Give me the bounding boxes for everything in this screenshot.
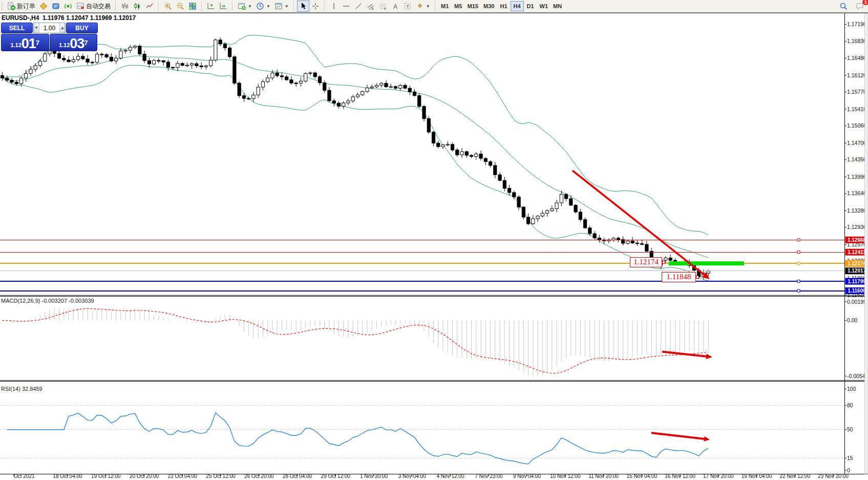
timeframe-m1-button[interactable]: M1	[438, 1, 452, 11]
timeframe-w1-button[interactable]: W1	[537, 1, 551, 11]
candle-body	[588, 228, 591, 234]
candle-body	[332, 101, 335, 103]
sell-button[interactable]: SELL	[1, 23, 33, 33]
candle-body	[507, 189, 511, 193]
time-label: 26 Oct 20:00	[244, 473, 274, 479]
new-chart-button[interactable]: ▼	[236, 1, 254, 12]
line-handle[interactable]	[797, 239, 800, 241]
candle-body	[399, 86, 402, 89]
line-chart-button[interactable]	[143, 1, 156, 12]
candlestick-icon	[133, 2, 141, 10]
zoom-out-button[interactable]	[174, 1, 186, 12]
price-annotation-1.11848[interactable]: 1.11848	[662, 273, 699, 282]
volume-up-button[interactable]	[59, 23, 65, 33]
time-label: 29 Oct 12:00	[321, 473, 351, 479]
autotrading-button[interactable]: 自动交易	[74, 1, 113, 12]
candle-body	[422, 107, 426, 119]
bar-chart-button[interactable]	[119, 1, 131, 12]
sell-price-display[interactable]: 1.12017	[1, 34, 49, 51]
volume-input[interactable]	[39, 23, 60, 33]
timeframe-m15-button[interactable]: M15	[465, 1, 481, 11]
chart-shift-button[interactable]	[205, 1, 217, 12]
rsi-arrow[interactable]	[651, 433, 710, 442]
bollinger-lower-band[interactable]	[3, 66, 709, 281]
data-window-icon	[52, 2, 60, 10]
text-button[interactable]: A	[389, 1, 401, 12]
price-tag-text: 1.12668	[848, 237, 866, 243]
new-chart-icon	[238, 2, 246, 10]
axis-label: 1.16830	[847, 38, 866, 44]
chart-canvas[interactable]: 1.121741.118481.171901.168301.164801.161…	[0, 0, 868, 480]
vertical-line-button[interactable]	[328, 1, 340, 12]
timeframe-m30-button[interactable]: M30	[481, 1, 497, 11]
time-label: 16 Nov 12:00	[665, 473, 695, 479]
periods-button[interactable]: ▼	[254, 1, 272, 12]
candle-body	[489, 161, 492, 165]
new-order-label: 新订单	[17, 2, 35, 11]
toolbar-separator	[158, 2, 159, 11]
candle-body	[361, 92, 364, 95]
toolbar-separator	[232, 2, 233, 11]
equidistant-channel-button[interactable]: E	[365, 1, 377, 12]
trendline-button[interactable]	[352, 1, 365, 12]
auto-scroll-button[interactable]	[217, 1, 229, 12]
timeframe-mn-button[interactable]: MN	[551, 1, 564, 11]
timeframe-group: M1M5M15M30H1H4D1W1MN	[437, 0, 565, 12]
green-highlight-zone[interactable]	[669, 261, 744, 265]
candle-body	[484, 158, 487, 161]
candle-body	[214, 40, 217, 60]
autotrading-icon	[76, 2, 84, 10]
vertical-scrollbar[interactable]	[865, 13, 868, 474]
rsi-line	[7, 413, 708, 464]
candle-body	[86, 59, 89, 62]
search-button[interactable]	[837, 1, 850, 12]
toolbar-drag-handle[interactable]	[1, 2, 3, 10]
chart-shift-icon	[207, 2, 215, 10]
volume-down-button[interactable]	[34, 23, 39, 33]
buy-price-display[interactable]: 1.12037	[50, 34, 98, 51]
candle-body	[631, 241, 634, 243]
templates-button[interactable]: ▼	[272, 1, 291, 12]
text-label-button[interactable]: T	[401, 1, 414, 12]
candle-body	[513, 193, 516, 197]
horizontal-line-icon	[342, 2, 350, 10]
data-window-button[interactable]	[50, 1, 62, 12]
fibonacci-button[interactable]: F	[377, 1, 389, 12]
tile-windows-button[interactable]	[186, 1, 199, 12]
candle-body	[124, 50, 127, 51]
candle-body	[299, 81, 302, 83]
horizontal-line-button[interactable]	[340, 1, 352, 12]
market-watch-button[interactable]	[37, 1, 50, 12]
line-handle[interactable]	[797, 251, 800, 254]
candle-body	[195, 64, 198, 66]
price-annotation-1.12174[interactable]: 1.12174	[630, 258, 665, 267]
timeframe-h4-button[interactable]: H4	[511, 1, 524, 11]
candle-body	[257, 87, 260, 95]
signals-button[interactable]	[62, 1, 74, 12]
cursor-button[interactable]	[297, 1, 309, 12]
auto-scroll-icon	[219, 2, 227, 10]
line-handle[interactable]	[797, 280, 800, 283]
crosshair-button[interactable]	[309, 1, 322, 12]
arrows-button[interactable]: ▼	[414, 1, 432, 12]
candle-body	[636, 243, 639, 243]
bollinger-middle-band[interactable]	[3, 56, 709, 258]
new-order-button[interactable]: 新订单	[5, 1, 37, 12]
buy-button[interactable]: BUY	[66, 23, 98, 33]
candlestick-chart-button[interactable]	[131, 1, 143, 12]
timeframe-d1-button[interactable]: D1	[524, 1, 537, 11]
candle-body	[617, 238, 620, 240]
timeframe-m5-button[interactable]: M5	[452, 1, 465, 11]
candle-body	[664, 258, 667, 260]
chat-button[interactable]: 1	[854, 1, 866, 12]
bollinger-upper-band[interactable]	[3, 35, 709, 235]
line-chart-icon	[145, 2, 154, 10]
rsi-axis-label: 80	[847, 402, 853, 408]
zoom-in-button[interactable]	[162, 1, 174, 12]
line-handle[interactable]	[797, 289, 800, 292]
timeframe-h1-button[interactable]: H1	[497, 1, 511, 11]
candle-body	[261, 81, 264, 87]
line-handle[interactable]	[797, 262, 800, 265]
candle-body	[427, 119, 430, 132]
dropdown-caret-icon: ▼	[248, 4, 252, 9]
